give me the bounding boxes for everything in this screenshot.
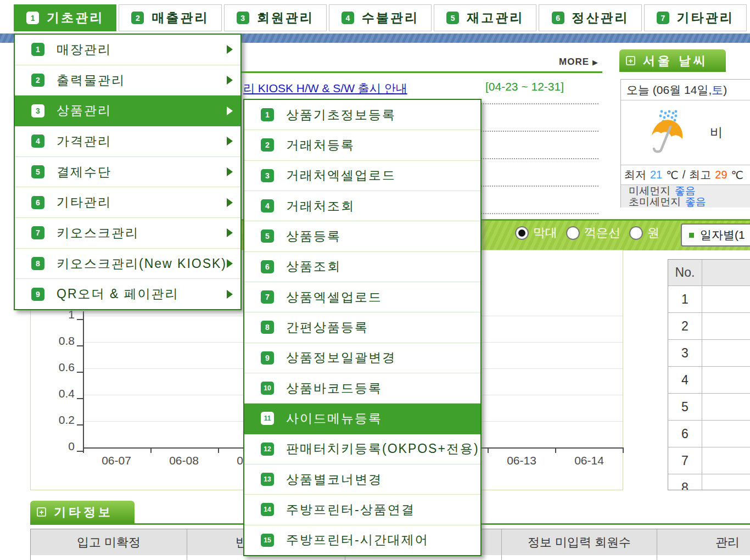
menu-number-badge: 5 xyxy=(31,165,44,178)
tab-label: 재고관리 xyxy=(467,9,524,26)
chart-type-radio-2[interactable]: 꺽은선 xyxy=(566,225,620,241)
main-tab-1[interactable]: 1기초관리 xyxy=(14,4,116,31)
degree-symbol: ℃ xyxy=(666,169,678,182)
table-row: 6 xyxy=(668,421,750,447)
submenu-item-12[interactable]: 12판매터치키등록(OKPOS+전용) xyxy=(244,434,480,464)
submenu-item-1[interactable]: 1상품기초정보등록 xyxy=(244,100,480,130)
menu-number-badge: 11 xyxy=(261,412,274,425)
menu-item-label: 상품조회 xyxy=(286,258,341,275)
value-column-header xyxy=(702,260,750,286)
radio-circle-icon xyxy=(566,226,580,240)
period-select-button[interactable]: 일자별(1 xyxy=(681,223,750,247)
y-axis-tick xyxy=(77,424,83,425)
submenu-item-5[interactable]: 5상품등록 xyxy=(244,221,480,251)
menu-item-label: 출력물관리 xyxy=(57,72,125,89)
menu-item-label: 가격관리 xyxy=(57,133,111,150)
menu-number-badge: 2 xyxy=(31,74,44,87)
submenu-item-9[interactable]: 9상품정보일괄변경 xyxy=(244,343,480,373)
submenu-arrow-icon xyxy=(227,198,233,207)
menu-item-label: QR오더 & 페이관리 xyxy=(57,285,179,303)
submenu-item-11[interactable]: 11사이드메뉴등록 xyxy=(244,404,480,434)
menu-number-badge: 1 xyxy=(31,43,44,56)
submenu-arrow-icon xyxy=(227,228,233,237)
menu-item-7[interactable]: 7키오스크관리 xyxy=(15,218,240,249)
radio-label: 막대 xyxy=(533,225,557,241)
row-number-cell: 2 xyxy=(668,313,702,340)
ranking-table: No.12345678 xyxy=(668,259,750,490)
menu-item-9[interactable]: 9QR오더 & 페이관리 xyxy=(15,279,240,309)
submenu-item-7[interactable]: 7상품엑셀업로드 xyxy=(244,282,480,312)
menu-item-label: 사이드메뉴등록 xyxy=(286,410,382,427)
menu-item-label: 키오스크관리(New KIOSK) xyxy=(57,255,227,272)
chart-type-radio-group: 막대꺽은선원 xyxy=(515,225,659,241)
menu-item-4[interactable]: 4가격관리 xyxy=(15,126,240,157)
submenu-item-4[interactable]: 4거래처조회 xyxy=(244,191,480,221)
menu-item-8[interactable]: 8키오스크관리(New KIOSK) xyxy=(15,249,240,279)
menu-item-label: 결제수단 xyxy=(57,164,111,181)
menu-item-label: 판매터치키등록(OKPOS+전용) xyxy=(286,440,479,457)
menu-item-2[interactable]: 2출력물관리 xyxy=(15,65,240,96)
main-tab-4[interactable]: 4수불관리 xyxy=(329,4,432,31)
tab-number-badge: 1 xyxy=(26,12,39,24)
weather-dust: 미세먼지좋음 초미세먼지좋음 xyxy=(621,184,750,208)
table-row: 3 xyxy=(668,340,750,367)
main-tab-7[interactable]: 7기타관리 xyxy=(644,4,747,31)
main-tab-3[interactable]: 3회원관리 xyxy=(224,4,327,31)
notice-date-range: [04-23 ~ 12-31] xyxy=(485,80,564,93)
fine-dust-value[interactable]: 좋음 xyxy=(685,196,706,208)
dust-value[interactable]: 좋음 xyxy=(675,185,696,197)
row-number-cell: 7 xyxy=(668,447,702,474)
etc-body-cell xyxy=(31,555,187,560)
temp-separator: / xyxy=(682,169,686,181)
menu-item-label: 상품등록 xyxy=(286,228,341,245)
menu-item-label: 거래처엑셀업로드 xyxy=(286,167,396,184)
submenu-item-15[interactable]: 15주방프린터-시간대제어 xyxy=(244,525,480,555)
submenu-item-13[interactable]: 13상품별코너변경 xyxy=(244,464,480,495)
menu-number-badge: 1 xyxy=(261,108,274,121)
etc-body-cell xyxy=(657,555,750,560)
chart-type-radio-1[interactable]: 막대 xyxy=(515,225,557,241)
x-axis-tick xyxy=(555,447,556,453)
menu-item-label: 상품엑셀업로드 xyxy=(286,289,382,306)
submenu-arrow-icon xyxy=(227,167,233,176)
main-tab-6[interactable]: 6정산관리 xyxy=(539,4,641,31)
top-tab-bar: 1기초관리2매출관리3회원관리4수불관리5재고관리6정산관리7기타관리 xyxy=(14,4,747,31)
menu-item-6[interactable]: 6기타관리 xyxy=(15,187,240,218)
etc-info-section-tab[interactable]: + 기타정보 xyxy=(30,501,135,523)
submenu-item-8[interactable]: 8간편상품등록 xyxy=(244,312,480,343)
chart-type-radio-3[interactable]: 원 xyxy=(629,225,659,241)
notice-link[interactable]: 리 KIOSK H/W & S/W 출시 안내 xyxy=(243,81,407,96)
submenu-arrow-icon xyxy=(227,45,233,54)
submenu-item-10[interactable]: 10상품바코드등록 xyxy=(244,373,480,404)
submenu-arrow-icon xyxy=(227,290,233,299)
row-value-cell xyxy=(702,394,750,421)
x-axis-tick-label: 06-14 xyxy=(562,454,617,467)
more-button[interactable]: MORE ▶ xyxy=(559,57,598,68)
more-arrow-icon: ▶ xyxy=(592,58,598,66)
submenu-item-3[interactable]: 3거래처엑셀업로드 xyxy=(244,161,480,191)
menu-item-5[interactable]: 5결제수단 xyxy=(15,157,240,188)
weather-section-tab[interactable]: + 서울 날씨 xyxy=(619,49,726,72)
high-temp-label: 최고 xyxy=(689,167,711,182)
y-axis-tick-label: 0.6 xyxy=(31,361,75,374)
menu-number-badge: 8 xyxy=(31,257,44,270)
row-value-cell xyxy=(702,367,750,394)
menu-item-1[interactable]: 1매장관리 xyxy=(15,35,240,65)
tab-number-badge: 4 xyxy=(342,12,354,24)
low-temp-value: 21 xyxy=(650,169,662,181)
menu-number-badge: 9 xyxy=(31,288,44,301)
y-axis-tick xyxy=(77,372,83,373)
row-number-cell: 6 xyxy=(668,421,702,447)
submenu-item-2[interactable]: 2거래처등록 xyxy=(244,130,480,160)
tab-label: 정산관리 xyxy=(572,9,629,26)
main-tab-5[interactable]: 5재고관리 xyxy=(434,4,536,31)
menu-item-3[interactable]: 3상품관리 xyxy=(15,96,240,126)
table-row: 7 xyxy=(668,447,750,474)
fine-dust-label: 초미세먼지 xyxy=(629,196,681,208)
row-value-cell xyxy=(702,447,750,474)
main-tab-2[interactable]: 2매출관리 xyxy=(119,4,221,31)
menu-number-badge: 7 xyxy=(31,226,44,239)
submenu-item-14[interactable]: 14주방프린터-상품연결 xyxy=(244,495,480,525)
submenu-item-6[interactable]: 6상품조회 xyxy=(244,252,480,282)
y-axis-tick xyxy=(77,345,83,346)
